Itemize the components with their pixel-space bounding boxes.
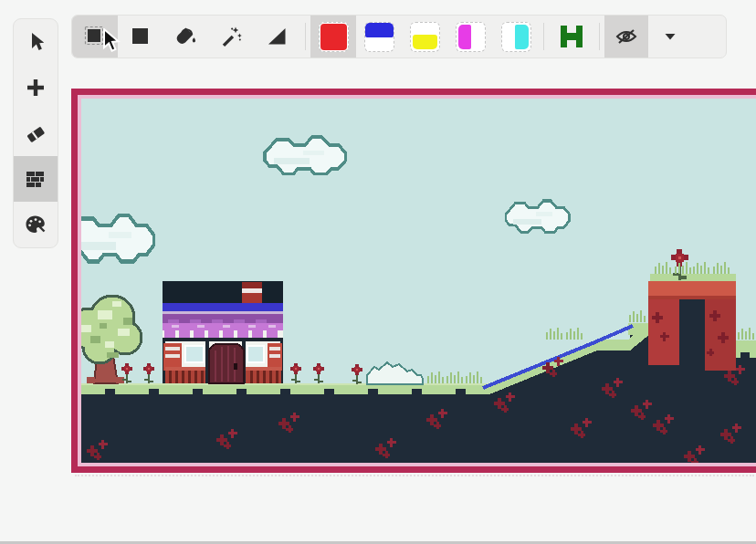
blue-swatch-button[interactable] [356, 16, 402, 58]
toolbar-divider [305, 23, 306, 50]
canvas-shadow-dashes [75, 475, 754, 476]
frame-icon [558, 24, 585, 49]
toolbar-divider [599, 23, 600, 50]
fill-bucket-tool-button[interactable] [163, 16, 209, 58]
yellow-swatch-button[interactable] [402, 16, 447, 58]
cottage [163, 281, 283, 383]
magenta-swatch [456, 22, 486, 52]
app-window: { "app": { "kind": "pixel-art level edit… [0, 0, 756, 544]
cursor-arrow-icon [24, 30, 47, 54]
stamp-select-tool-button[interactable] [72, 16, 118, 58]
palette-tool-button[interactable] [14, 202, 58, 247]
brick-wall-icon [24, 167, 47, 191]
add-tool-button[interactable] [14, 65, 58, 110]
rectangle-tool-button[interactable] [118, 16, 163, 58]
slope-tool-button[interactable] [255, 16, 300, 58]
paint-bucket-icon [174, 25, 198, 48]
toolbar-divider [543, 23, 544, 50]
filled-square-icon [129, 25, 152, 48]
level-canvas-inner-border [78, 95, 756, 466]
level-canvas-frame [71, 89, 756, 473]
tool-sidebar [13, 18, 58, 248]
right-triangle-icon [266, 25, 289, 48]
tiles-tool-button[interactable] [14, 156, 58, 202]
blue-swatch [364, 22, 394, 52]
magic-wand-icon [220, 25, 244, 48]
plus-icon [24, 76, 47, 99]
red-swatch-button[interactable] [310, 16, 356, 58]
cyan-swatch [501, 22, 531, 52]
more-dropdown-button[interactable] [648, 16, 692, 58]
caret-down-icon [660, 26, 680, 47]
hide-overlay-toggle[interactable] [604, 16, 648, 58]
pointer-tool-button[interactable] [14, 19, 58, 65]
eraser-tool-button[interactable] [14, 110, 58, 156]
eraser-icon [24, 121, 47, 145]
edit-toolbar [71, 15, 727, 58]
frame-tile-button[interactable] [549, 16, 594, 58]
magic-wand-tool-button[interactable] [209, 16, 255, 58]
eye-off-icon [614, 24, 639, 49]
magenta-swatch-button[interactable] [447, 16, 493, 58]
cyan-swatch-button[interactable] [493, 16, 539, 58]
square-with-cursor-icon [83, 25, 107, 48]
red-swatch [319, 22, 349, 52]
level-canvas[interactable] [81, 99, 756, 463]
yellow-swatch [410, 22, 440, 52]
paint-palette-icon [24, 213, 47, 236]
